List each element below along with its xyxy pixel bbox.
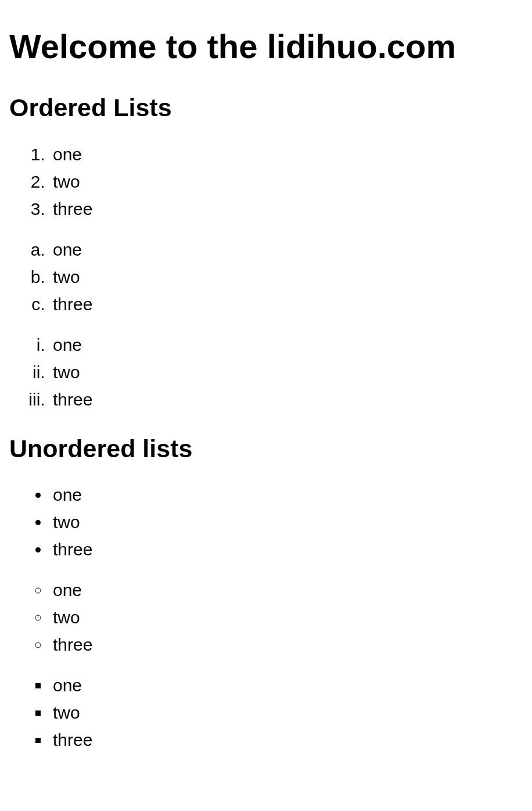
list-item: three (50, 727, 523, 753)
list-item: three (50, 631, 523, 658)
list-item: three (50, 291, 523, 317)
list-item: one (50, 332, 523, 358)
ordered-list-decimal: one two three (9, 141, 523, 222)
list-item: one (50, 236, 523, 263)
unordered-lists-heading: Unordered lists (9, 430, 523, 468)
list-item: three (50, 536, 523, 562)
ordered-list-roman: one two three (9, 332, 523, 412)
unordered-list-circle: one two three (9, 577, 523, 658)
ordered-list-alpha: one two three (9, 236, 523, 317)
list-item: one (50, 672, 523, 698)
list-item: one (50, 577, 523, 603)
list-item: two (50, 604, 523, 630)
unordered-list-disc: one two three (9, 482, 523, 562)
list-item: three (50, 386, 523, 412)
unordered-list-square: one two three (9, 672, 523, 753)
list-item: two (50, 264, 523, 290)
list-item: two (50, 168, 523, 195)
list-item: one (50, 141, 523, 167)
list-item: two (50, 359, 523, 385)
list-item: two (50, 699, 523, 726)
list-item: three (50, 196, 523, 222)
list-item: one (50, 482, 523, 508)
page-title: Welcome to the lidihuo.com (9, 21, 523, 71)
ordered-lists-heading: Ordered Lists (9, 89, 523, 127)
list-item: two (50, 509, 523, 535)
